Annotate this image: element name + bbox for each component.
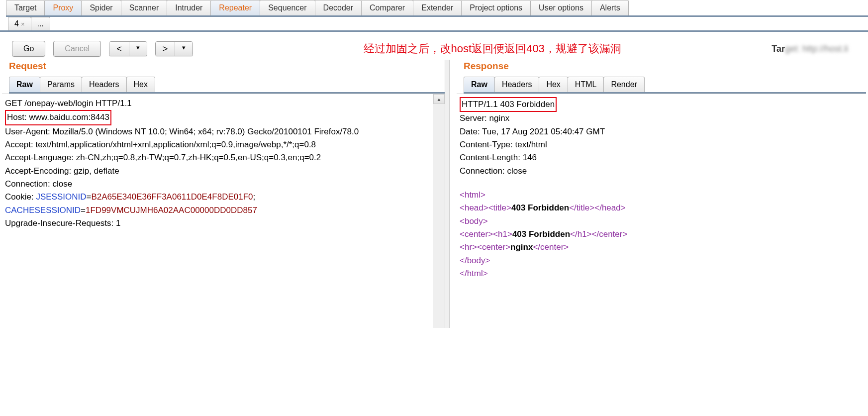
request-header-line: Accept-Encoding: gzip, deflate [5,165,431,178]
target-blurred: get: http://host.li [785,44,848,54]
request-scrollbar[interactable]: ▲ [433,94,445,328]
request-tabs: Raw Params Headers Hex [9,77,445,94]
caret-down-icon[interactable]: ▾ [129,42,147,56]
target-label: Target: http://host.li [772,44,858,54]
response-body-line: <body> [460,215,864,228]
request-header-line: User-Agent: Mozilla/5.0 (Windows NT 10.0… [5,125,431,138]
response-tab-raw[interactable]: Raw [464,77,495,92]
request-tab-headers[interactable]: Headers [82,77,126,92]
history-next-button[interactable]: > ▾ [155,41,193,56]
response-raw-viewer[interactable]: HTTP/1.1 403 Forbidden Server: nginx Dat… [457,94,866,328]
response-body-line: <html> [460,189,864,202]
request-cookie-line: Cookie: JSESSIONID=B2A65E340E36FF3A0611D… [5,191,431,204]
response-title: Response [457,60,866,77]
response-tab-hex[interactable]: Hex [539,77,568,92]
response-body-line: </body> [460,254,864,267]
cancel-button[interactable]: Cancel [53,41,101,57]
request-raw-editor[interactable]: GET /onepay-web/login HTTP/1.1 Host: www… [2,94,433,328]
history-prev-button[interactable]: < ▾ [109,41,147,56]
request-title: Request [2,60,445,77]
panels: Request Raw Params Headers Hex GET /onep… [0,60,868,328]
tab-intruder[interactable]: Intruder [167,0,211,15]
tab-alerts[interactable]: Alerts [591,0,629,15]
request-header-line: Connection: close [5,178,431,191]
response-body-line: </html> [460,267,864,280]
chevron-right-icon[interactable]: > [156,42,175,56]
request-header-line: Accept: text/html,application/xhtml+xml,… [5,138,431,151]
response-tabs: Raw Headers Hex HTML Render [464,77,866,94]
caret-down-icon[interactable]: ▾ [175,42,193,56]
scroll-up-icon[interactable]: ▲ [433,94,445,104]
request-tab-params[interactable]: Params [40,77,82,92]
response-header-line: Content-Type: text/html [460,138,864,151]
request-line: GET /onepay-web/login HTTP/1.1 [5,97,431,110]
request-header-line: Upgrade-Insecure-Requests: 1 [5,217,431,230]
response-tab-html[interactable]: HTML [568,77,604,92]
panel-splitter[interactable] [445,60,450,328]
repeater-tab-number: 4 [14,19,19,28]
response-tab-headers[interactable]: Headers [494,77,539,92]
tab-user-options[interactable]: User options [530,0,592,15]
response-body-line: <center><h1>403 Forbidden</h1></center> [460,228,864,241]
response-body-line: <hr><center>nginx</center> [460,241,864,254]
tab-repeater[interactable]: Repeater [210,0,260,15]
tab-project-options[interactable]: Project options [461,0,531,15]
request-panel: Request Raw Params Headers Hex GET /onep… [2,60,445,328]
request-tab-hex[interactable]: Hex [126,77,155,92]
response-header-line: Server: nginx [460,112,864,125]
chevron-left-icon[interactable]: < [109,42,129,56]
repeater-tab-bar: 4 × ... [0,17,868,32]
tab-proxy[interactable]: Proxy [44,0,82,15]
tab-extender[interactable]: Extender [413,0,462,15]
tab-target[interactable]: Target [6,0,45,15]
request-header-line: Accept-Language: zh-CN,zh;q=0.8,zh-TW;q=… [5,151,431,164]
repeater-tab-4[interactable]: 4 × [8,17,31,30]
tab-spider[interactable]: Spider [81,0,121,15]
response-header-line: Connection: close [460,165,864,178]
tab-decoder[interactable]: Decoder [315,0,362,15]
tab-scanner[interactable]: Scanner [121,0,168,15]
response-content-wrap: HTTP/1.1 403 Forbidden Server: nginx Dat… [457,94,866,328]
tab-sequencer[interactable]: Sequencer [260,0,315,15]
tab-comparer[interactable]: Comparer [361,0,413,15]
request-tab-raw[interactable]: Raw [9,77,40,92]
response-tab-render[interactable]: Render [603,77,644,92]
status-line-highlight: HTTP/1.1 403 Forbidden [460,97,557,112]
main-tab-bar: Target Proxy Spider Scanner Intruder Rep… [6,0,868,17]
close-icon[interactable]: × [21,20,25,28]
target-prefix: Tar [772,44,785,54]
repeater-tab-new[interactable]: ... [31,17,50,30]
response-body-line: <head><title>403 Forbidden</title></head… [460,202,864,214]
request-content-wrap: GET /onepay-web/login HTTP/1.1 Host: www… [2,94,445,328]
host-header-highlight: Host: www.baidu.com:8443 [5,110,111,125]
response-header-line: Date: Tue, 17 Aug 2021 05:40:47 GMT [460,125,864,138]
response-header-line: Content-Length: 146 [460,151,864,164]
go-button[interactable]: Go [12,41,45,57]
response-panel: Response Raw Headers Hex HTML Render HTT… [457,60,866,328]
annotation-text: 经过加固之后，改host返回便返回403，规避了该漏洞 [221,41,764,56]
toolbar: Go Cancel < ▾ > ▾ 经过加固之后，改host返回便返回403，规… [0,32,868,60]
request-cookie-line: CACHESESSIONID=1FD99VMCUJMH6A02AAC00000D… [5,204,431,217]
